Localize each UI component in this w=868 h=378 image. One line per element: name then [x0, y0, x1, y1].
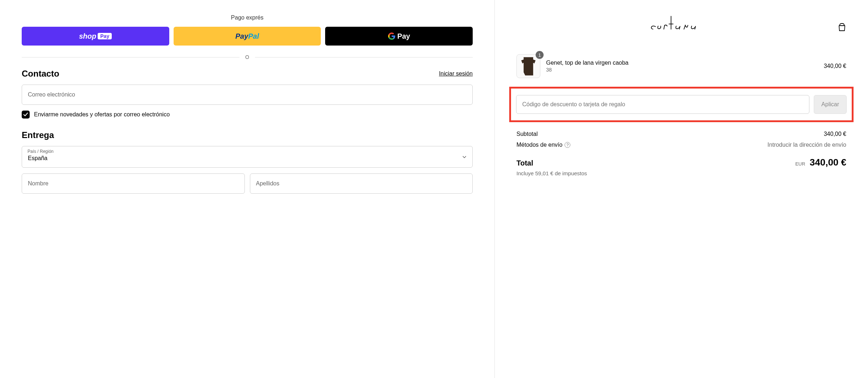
brand-logo	[525, 14, 838, 40]
contact-heading: Contacto	[22, 69, 59, 79]
apply-discount-button[interactable]: Aplicar	[814, 95, 847, 114]
paypal-pay: Pay	[235, 32, 248, 40]
country-value: España	[22, 146, 473, 168]
shop-pay-badge: Pay	[98, 33, 112, 39]
newsletter-label: Enviarme novedades y ofertas por correo …	[34, 111, 170, 118]
tax-note: Incluye 59,01 € de impuestos	[516, 170, 846, 176]
check-icon	[23, 112, 28, 117]
shop-pay-button[interactable]: shop Pay	[22, 27, 169, 46]
cart-item-row: 1 Genet, top de lana virgen caoba 38 340…	[516, 54, 846, 78]
total-label: Total	[516, 159, 533, 167]
google-icon	[388, 32, 396, 40]
shipping-label: Métodos de envío	[516, 142, 562, 148]
shop-pay-word: shop	[79, 32, 96, 40]
discount-code-input[interactable]	[516, 95, 809, 114]
subtotal-value: 340,00 €	[824, 131, 846, 137]
paypal-button[interactable]: PayPal	[174, 27, 321, 46]
cortana-script-logo	[645, 14, 718, 36]
newsletter-checkbox[interactable]	[22, 111, 30, 119]
discount-section-highlight: Aplicar	[509, 87, 854, 122]
total-amount: 340,00 €	[810, 157, 846, 168]
shipping-hint: Introducir la dirección de envío	[767, 142, 846, 148]
last-name-input[interactable]	[250, 173, 473, 194]
product-image	[520, 56, 536, 76]
gpay-text: Pay	[397, 32, 410, 40]
product-thumbnail: 1	[516, 54, 540, 78]
product-name: Genet, top de lana virgen caoba	[546, 60, 824, 66]
login-link[interactable]: Iniciar sesión	[439, 70, 473, 77]
total-currency: EUR	[795, 161, 805, 167]
express-buttons-row: shop Pay PayPal Pay	[22, 27, 473, 46]
email-input[interactable]	[22, 85, 473, 105]
info-icon[interactable]: ?	[565, 142, 570, 148]
product-price: 340,00 €	[824, 63, 846, 69]
google-pay-button[interactable]: Pay	[325, 27, 473, 46]
cart-bag-icon[interactable]	[838, 23, 846, 31]
express-checkout-title: Pago exprés	[22, 14, 473, 21]
divider-or: O	[22, 54, 473, 60]
delivery-heading: Entrega	[22, 130, 473, 140]
product-variant: 38	[546, 67, 824, 73]
paypal-pal: Pal	[248, 32, 259, 40]
country-label: País / Región	[27, 149, 54, 154]
subtotal-label: Subtotal	[516, 131, 538, 137]
country-select[interactable]: País / Región España	[22, 146, 473, 168]
quantity-badge: 1	[536, 51, 544, 59]
first-name-input[interactable]	[22, 173, 245, 194]
